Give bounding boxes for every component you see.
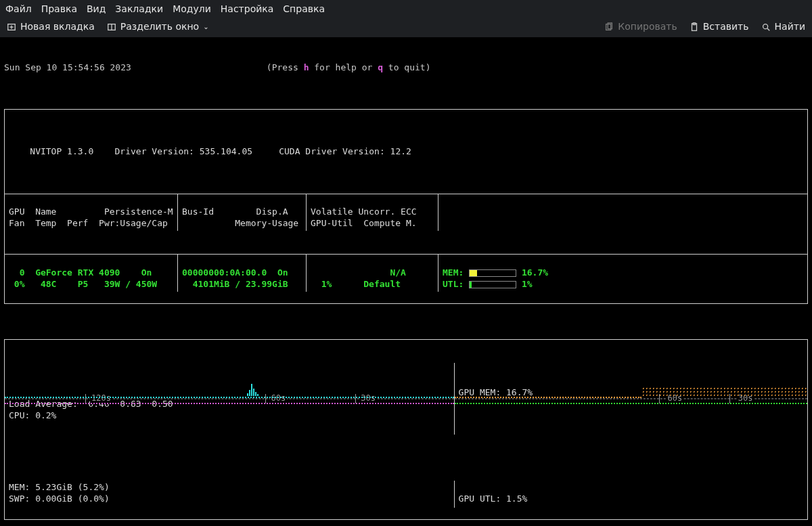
charts-panel: Load Average: 0.40 0.63 0.50 CPU: 0.2% 1… bbox=[4, 339, 808, 519]
menu-view[interactable]: Вид bbox=[87, 3, 106, 15]
cpu-pct: CPU: 0.2% bbox=[9, 410, 56, 420]
menu-edit[interactable]: Правка bbox=[41, 3, 77, 15]
split-label: Разделить окно bbox=[120, 20, 199, 32]
search-icon bbox=[761, 22, 771, 32]
svg-point-9 bbox=[763, 24, 767, 28]
menu-plugins[interactable]: Модули bbox=[173, 3, 211, 15]
gpu-row: 0 GeForce RTX 4090 On 0% 48C P5 39W / 45… bbox=[5, 254, 807, 292]
split-window-button[interactable]: Разделить окно ⌄ bbox=[107, 20, 209, 32]
paste-button[interactable]: Вставить bbox=[690, 20, 749, 32]
gpu-chart: GPU MEM: 16.7% 60s 30s bbox=[454, 363, 807, 435]
paste-label: Вставить bbox=[703, 20, 749, 32]
paste-icon bbox=[690, 22, 699, 32]
new-tab-icon bbox=[7, 22, 16, 32]
gpu-utl-bar bbox=[469, 281, 516, 288]
menu-file[interactable]: Файл bbox=[5, 3, 32, 15]
datetime: Sun Sep 10 15:54:56 2023 bbox=[4, 62, 131, 72]
menu-help[interactable]: Справка bbox=[283, 3, 325, 15]
gpu-utl-chart: GPU UTL: 1.5% bbox=[454, 481, 807, 508]
gpu-mem-bar bbox=[469, 269, 516, 277]
mem-value: MEM: 5.23GiB (5.2%) bbox=[9, 482, 110, 492]
new-tab-label: Новая вкладка bbox=[20, 20, 95, 32]
status-line: Sun Sep 10 15:54:56 2023(Press h for hel… bbox=[4, 62, 808, 74]
terminal-output[interactable]: Sun Sep 10 15:54:56 2023(Press h for hel… bbox=[0, 38, 812, 526]
new-tab-button[interactable]: Новая вкладка bbox=[7, 20, 95, 32]
copy-button[interactable]: Копировать bbox=[604, 20, 677, 32]
copy-icon bbox=[604, 22, 614, 32]
gpu-utl-pct: 1% bbox=[522, 279, 533, 289]
mem-chart: MEM: 5.23GiB (5.2%) SWP: 0.00GiB (0.0%) bbox=[5, 481, 454, 508]
gpu-info-panel: NVITOP 1.3.0 Driver Version: 535.104.05 … bbox=[4, 109, 808, 303]
svg-line-10 bbox=[767, 28, 769, 30]
gpu-utl-label: GPU UTL: 1.5% bbox=[459, 494, 528, 504]
app-title: NVITOP 1.3.0 bbox=[30, 146, 93, 156]
swp-value: SWP: 0.00GiB (0.0%) bbox=[9, 494, 110, 504]
find-button[interactable]: Найти bbox=[761, 20, 805, 32]
cpu-chart: Load Average: 0.40 0.63 0.50 CPU: 0.2% 1… bbox=[5, 363, 454, 435]
cuda-version: 12.2 bbox=[390, 146, 411, 156]
chevron-down-icon: ⌄ bbox=[203, 22, 208, 31]
toolbar: Новая вкладка Разделить окно ⌄ Копироват… bbox=[0, 18, 812, 38]
menu-bar[interactable]: Файл Правка Вид Закладки Модули Настройк… bbox=[0, 0, 812, 18]
gpu-mem-pct: 16.7% bbox=[522, 267, 548, 278]
split-icon bbox=[107, 22, 116, 32]
copy-label: Копировать bbox=[618, 20, 677, 32]
find-label: Найти bbox=[775, 20, 805, 32]
menu-settings[interactable]: Настройка bbox=[221, 3, 274, 15]
gpu-mem-label: GPU MEM: 16.7% bbox=[459, 387, 533, 397]
menu-bookmarks[interactable]: Закладки bbox=[115, 3, 163, 15]
driver-version: 535.104.05 bbox=[200, 146, 252, 156]
